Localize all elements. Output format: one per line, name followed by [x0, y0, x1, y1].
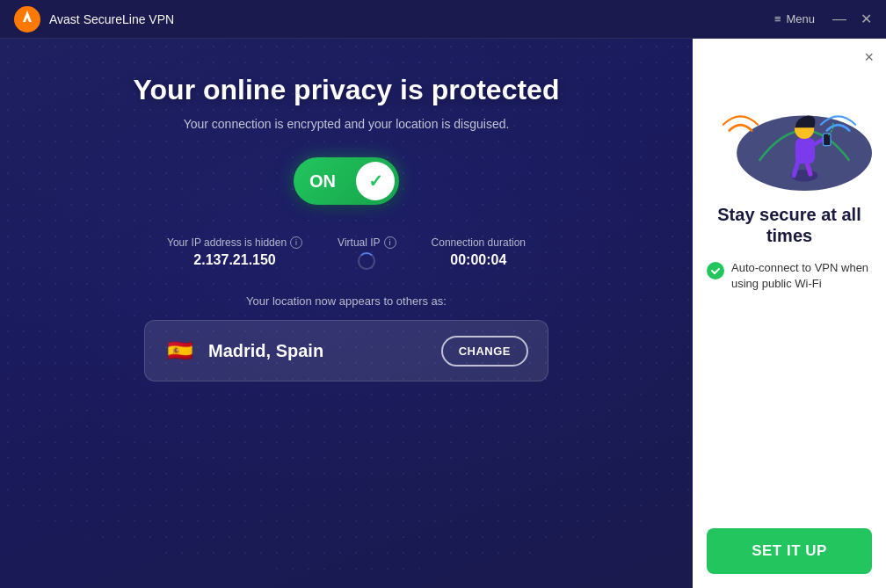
avast-logo-icon [14, 6, 40, 33]
ip-stat: Your IP address is hidden i 2.137.21.150 [167, 236, 302, 268]
toggle-check-icon: ✓ [368, 171, 383, 192]
duration-stat: Connection duration 00:00:04 [432, 236, 526, 268]
duration-value: 00:00:04 [450, 252, 506, 268]
location-label: Your location now appears to others as: [246, 294, 447, 308]
feature-text: Auto-connect to VPN when using public Wi… [731, 260, 872, 292]
virtual-ip-stat: Virtual IP i [338, 236, 396, 270]
titlebar: Avast SecureLine VPN ≡ Menu — ✕ [0, 0, 886, 39]
feature-check-icon [707, 262, 724, 279]
minimize-button[interactable]: — [832, 12, 846, 26]
virtual-ip-label: Virtual IP [338, 236, 380, 249]
menu-button[interactable]: ≡ Menu [774, 12, 815, 25]
panel-title: Stay secure at all times [707, 204, 872, 246]
titlebar-left: Avast SecureLine VPN [14, 6, 174, 33]
hero-title: Your online privacy is protected [134, 74, 560, 106]
virtual-ip-info-icon[interactable]: i [384, 236, 396, 249]
toggle-label: ON [309, 171, 336, 192]
right-panel: × [693, 39, 886, 588]
location-name: Madrid, Spain [208, 341, 429, 361]
close-button[interactable]: ✕ [861, 12, 872, 26]
hero-subtitle: Your connection is encrypted and your lo… [184, 117, 510, 131]
left-panel: Your online privacy is protected Your co… [0, 39, 693, 588]
setup-button[interactable]: SET IT UP [707, 528, 872, 574]
svg-point-0 [14, 6, 40, 33]
change-location-button[interactable]: CHANGE [441, 336, 528, 367]
svg-rect-8 [823, 134, 831, 146]
feature-item-autoconnect: Auto-connect to VPN when using public Wi… [707, 260, 872, 292]
vpn-toggle[interactable]: ON ✓ [294, 157, 399, 205]
ip-info-icon[interactable]: i [290, 236, 302, 249]
country-flag: 🇪🇸 [164, 335, 196, 367]
svg-rect-5 [795, 138, 815, 163]
vpn-toggle-container[interactable]: ON ✓ [294, 157, 399, 205]
main-layout: Your online privacy is protected Your co… [0, 39, 886, 588]
window-controls: — ✕ [832, 12, 872, 26]
stats-row: Your IP address is hidden i 2.137.21.150… [167, 236, 526, 270]
panel-illustration [707, 53, 872, 193]
toggle-knob: ✓ [356, 162, 395, 200]
titlebar-right: ≡ Menu — ✕ [774, 12, 872, 26]
location-card: 🇪🇸 Madrid, Spain CHANGE [144, 320, 548, 381]
virtual-ip-loading-spinner [358, 252, 375, 270]
hamburger-icon: ≡ [774, 12, 781, 25]
app-title: Avast SecureLine VPN [49, 12, 174, 26]
ip-value: 2.137.21.150 [193, 252, 275, 268]
ip-label: Your IP address is hidden [167, 236, 287, 249]
duration-label: Connection duration [432, 236, 526, 249]
